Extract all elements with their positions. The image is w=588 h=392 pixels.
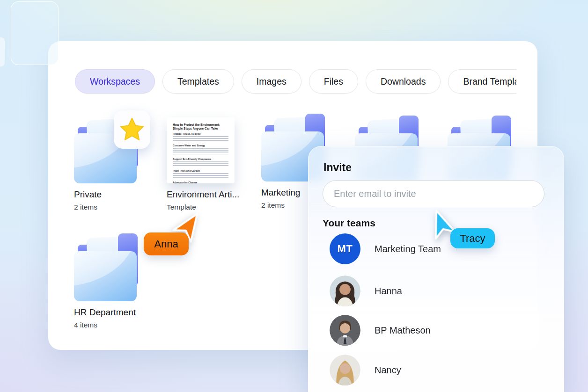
member-name: BP Matheson bbox=[375, 325, 431, 336]
team-row-marketing-team[interactable]: MT Marketing Team bbox=[330, 233, 441, 264]
folder-icon bbox=[74, 233, 140, 301]
folder-name: Private bbox=[74, 189, 144, 200]
nancy-avatar bbox=[330, 355, 360, 385]
doc-section-heading: Support Eco-Friendly Companies bbox=[173, 158, 228, 160]
template-environment-article[interactable]: How to Protect the Environment: Simple S… bbox=[167, 113, 237, 211]
star-icon bbox=[118, 116, 146, 144]
folder-hr-department[interactable]: HR Department 4 items bbox=[74, 231, 144, 329]
screen: Workspaces Templates Images Files Downlo… bbox=[0, 0, 588, 392]
star-badge bbox=[114, 110, 150, 149]
background-ghost-sliver bbox=[0, 37, 5, 66]
invite-title: Invite bbox=[323, 161, 352, 174]
member-name: Marketing Team bbox=[375, 244, 441, 254]
doc-section-heading: Plant Trees and Garden bbox=[173, 169, 228, 172]
tab-images[interactable]: Images bbox=[242, 69, 301, 94]
invite-panel: Invite Your teams MT Marketing Team Hann… bbox=[308, 146, 564, 392]
member-name: Nancy bbox=[375, 365, 401, 376]
doc-section-heading: Advocate for Change bbox=[173, 181, 228, 183]
doc-section-heading: Conserve Water and Energy bbox=[173, 144, 228, 147]
category-tabs: Workspaces Templates Images Files Downlo… bbox=[75, 69, 516, 95]
your-teams-heading: Your teams bbox=[323, 218, 375, 229]
folder-name: HR Department bbox=[74, 307, 144, 318]
folder-private[interactable]: Private 2 items bbox=[74, 113, 144, 211]
folder-meta: 4 items bbox=[74, 321, 144, 329]
marketing-team-avatar: MT bbox=[330, 233, 360, 264]
team-row-bp-matheson[interactable]: BP Matheson bbox=[330, 315, 431, 346]
team-row-hanna[interactable]: Hanna bbox=[330, 276, 402, 306]
doc-section-heading: Reduce, Reuse, Recycle bbox=[173, 132, 228, 135]
hanna-avatar bbox=[330, 276, 360, 306]
tab-files[interactable]: Files bbox=[309, 69, 358, 94]
tab-workspaces[interactable]: Workspaces bbox=[75, 69, 155, 94]
tab-downloads[interactable]: Downloads bbox=[366, 69, 441, 94]
email-invite-input[interactable] bbox=[323, 180, 544, 207]
member-name: Hanna bbox=[375, 286, 402, 297]
tab-templates[interactable]: Templates bbox=[162, 69, 234, 94]
tab-brand-templates[interactable]: Brand Templates bbox=[448, 69, 516, 94]
document-title: How to Protect the Environment: Simple S… bbox=[173, 123, 228, 131]
folder-meta: 2 items bbox=[74, 203, 144, 211]
background-ghost-panel bbox=[11, 1, 59, 65]
team-row-nancy[interactable]: Nancy bbox=[330, 355, 401, 385]
document-thumbnail: How to Protect the Environment: Simple S… bbox=[167, 117, 235, 183]
bp-matheson-avatar bbox=[330, 315, 360, 346]
template-meta: Template bbox=[167, 203, 237, 211]
template-name: Environment Arti... bbox=[167, 189, 237, 200]
